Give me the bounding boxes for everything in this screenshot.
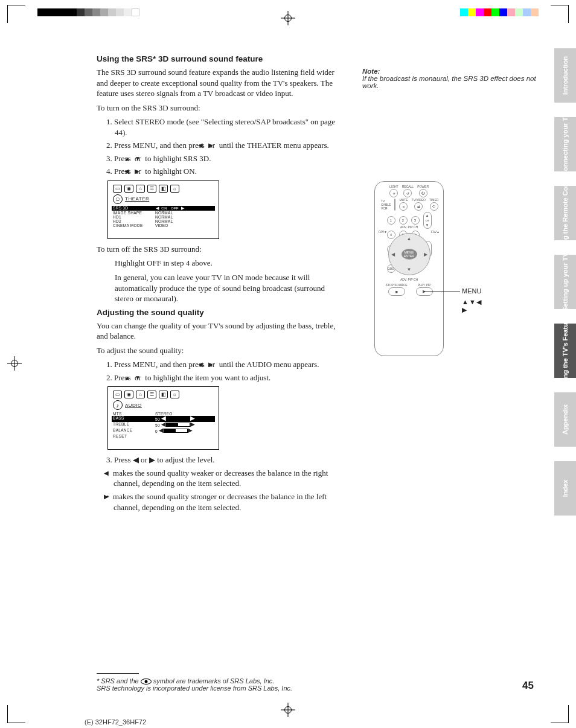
osd-icon: ☼ [170,391,179,398]
r-btn-timer: ⏲ [430,202,438,211]
crop-mark-tr [551,5,569,23]
r-favl: FAV▼ [379,230,387,234]
crop-mark-br [551,705,569,723]
osd-row: BALANCE0 ◀▶ [113,428,214,434]
osd-icon: ◉ [124,391,133,398]
r-sw-cable: CABLE [381,203,391,206]
right-column: Note: If the broadcast is monaural, the … [362,54,537,89]
section-tab: Connecting your TV [554,117,576,171]
para-srs-intro: The SRS 3D surround sound feature expand… [97,67,338,99]
osd-row: RESET [113,434,214,438]
osd-row: HD2NORMAL [113,219,214,223]
r-lbl-stop: STOP SOURCE [385,284,407,287]
srs-logo-icon [141,679,152,685]
page-number: 45 [522,680,534,692]
r-num-btn: 3 [411,216,420,225]
section-tab: Setting up your TV [554,255,576,309]
r-dpad: ▲ ▼ ◀ ▶ MENU/ ENTER [388,233,430,275]
r-btn-mute: ✕ [399,202,408,211]
osd-icon: ▭ [113,185,122,193]
heading-srs: Using the SRS* 3D surround sound feature [97,54,338,63]
osd-icon: ◉ [124,185,133,193]
r-num-btn: 2 [399,216,408,225]
osd-icon: ◧ [159,391,168,398]
r-lbl-mute: MUTE [399,199,408,202]
crop-mark-bl [7,705,25,723]
r-lbl-power: POWER [417,185,429,188]
srs-step: 1. Select STEREO mode (see "Selecting st… [106,117,338,138]
section-tab: Using the TV's Features [554,324,576,378]
r-ch: ▲CH▼ [423,212,432,229]
srs-step: 3. Press ▲ or ▼ to highlight SRS 3D. [106,153,338,164]
audio-step: 1. Press MENU, and then press ◀ or ▶ unt… [106,359,338,370]
r-dpad-bot-lbl: ADV. PIP CH [400,278,418,281]
osd-icon: ☼ [170,185,179,193]
para-audio-intro: You can change the quality of your TV's … [97,321,338,342]
r-btn-recall: ↺ [403,189,412,197]
audio-title: AUDIO [125,403,142,408]
section-tab: Index [554,461,576,516]
dpad-up-icon: ▲ [407,236,412,241]
r-btn-tvvid: ⇄ [414,202,423,211]
r-sw-vcr: VCR [381,207,388,210]
audio-osd: ▭ ◉ ⌂ ☰ ◧ ☼ ♪ AUDIO MTSSTEREOBASS50 ◀▶TR… [107,386,219,450]
theater-icon: ☺ [113,194,123,204]
r-btn-light: ☀ [389,189,398,197]
theater-osd: ▭ ◉ ⌂ ☰ ◧ ☼ ☺ THEATER SRS 3D◀ONOFF▶IMAGE… [107,180,219,239]
note-title: Note: [362,68,380,75]
para-srs-on: To turn on the SRS 3D surround: [97,103,338,113]
osd-icon: ☰ [147,185,156,193]
para-audio-adjust: To adjust the sound quality: [97,345,338,356]
osd-icon: ☰ [147,391,156,398]
main-column: Using the SRS* 3D surround sound feature… [97,54,338,515]
audio-step-3-text: Press ◀ or ▶ to adjust the level. [114,455,215,464]
remote-illustration: LIGHT☀ RECALL↺ POWER⏻ TV CABLE VCR MUTE✕… [374,181,444,356]
footnote: * SRS and the symbol are trademarks of S… [97,673,292,692]
r-btn-power: ⏻ [419,189,427,197]
srs-step: 4. Press ◀ or ▶ to highlight ON. [106,166,338,177]
audio-step-3: 3. Press ◀ or ▶ to adjust the level. [106,455,338,465]
dpad-left-icon: ◀ [391,252,395,257]
callout-arrows: ▲▼◀ ▶ [462,298,482,314]
footnote-2: SRS technology is incorporated under lic… [97,685,292,692]
audio-bullet: • ◀ makes the sound quality weaker or de… [106,468,338,489]
osd-icon: ◧ [159,185,168,193]
section-tab: Appendix [554,392,576,447]
color-bar-right [460,8,539,16]
r-lbl-play: PLAY PIP [418,284,431,287]
registration-mark-bottom [281,703,295,717]
r-favr: FAV▲ [431,230,440,234]
footnote-1a: * SRS and the [97,677,141,685]
audio-bullet: • ▶ makes the sound quality stronger or … [106,491,338,512]
para-srs-off: To turn off the SRS 3D surround: [97,244,338,255]
audio-bullets: • ◀ makes the sound quality weaker or de… [97,468,338,512]
footnote-1b: symbol are trademarks of SRS Labs, Inc. [152,677,275,685]
heading-audio: Adjusting the sound quality [97,308,338,317]
callout-line [424,292,460,292]
srs-steps-list: 1. Select STEREO mode (see "Selecting st… [97,117,338,177]
osd-row: CINEMA MODEVIDEO [113,223,214,228]
r-lbl-light: LIGHT [389,185,398,188]
r-menu-enter: MENU/ ENTER [402,249,417,260]
dpad-right-icon: ▶ [424,252,427,257]
r-btn-stop: ■ [388,287,405,296]
section-tabs: IntroductionConnecting your TVUsing the … [554,48,576,516]
r-lbl-tvvid: TV/VIDEO [412,199,426,202]
note-body: If the broadcast is monaural, the SRS 3D… [362,75,536,89]
r-num-btn: 1 [387,216,395,225]
section-tab: Introduction [554,48,576,103]
theater-title: THEATER [125,196,149,202]
osd-row: SRS 3D◀ONOFF▶ [112,206,215,211]
audio-steps-list-a: 1. Press MENU, and then press ◀ or ▶ unt… [97,359,338,383]
srs-step: 2. Press MENU, and then press ◀ or ▶ unt… [106,140,338,151]
crop-mark-tl [7,5,25,23]
document-id: (E) 32HF72_36HF72 [85,718,146,726]
audio-icon: ♪ [113,400,123,410]
osd-icon: ⌂ [136,185,145,193]
para-srs-off-step: Highlight OFF in step 4 above. [97,258,338,269]
registration-mark-left [7,356,22,371]
section-tab: Using the Remote Control [554,186,576,240]
r-mode-switch [394,199,395,211]
audio-step: 2. Press ▲ or ▼ to highlight the item yo… [106,372,338,383]
r-sw-tv: TV [381,200,385,203]
